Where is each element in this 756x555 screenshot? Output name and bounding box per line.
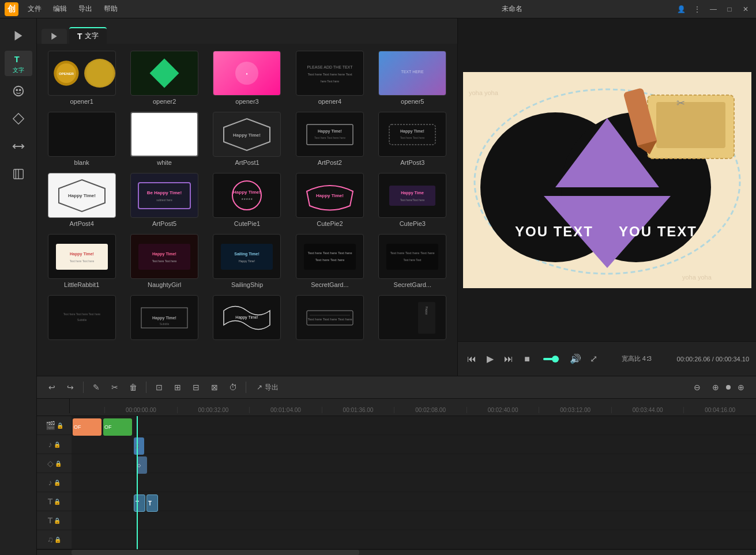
template-artpost4[interactable]: Happy Time! ArtPost4 — [44, 173, 119, 227]
svg-text:♦: ♦ — [246, 72, 248, 75]
maximize-icon[interactable]: □ — [724, 3, 735, 15]
template-artpost1[interactable]: Happy Time! ArtPost1 — [209, 112, 285, 166]
sidebar-item-text[interactable]: T 文字 — [5, 51, 32, 76]
main-layout: T 文字 T — [0, 18, 756, 555]
template-cutepie2[interactable]: Happy Time! CutePie2 — [292, 173, 367, 227]
template-cutepie3[interactable]: Happy TimeText here/Text here CutePie3 — [375, 173, 450, 227]
template-label-opener5: opener5 — [401, 98, 424, 105]
export-label: 导出 — [265, 383, 279, 392]
ungroup-button[interactable]: ⊠ — [206, 379, 223, 395]
sidebar-item-mask[interactable] — [5, 78, 32, 104]
track-row-music — [72, 530, 756, 549]
pip-button[interactable]: ⊞ — [170, 379, 186, 395]
skip-back-button[interactable]: ⏮ — [465, 354, 479, 364]
progress-bar[interactable] — [543, 358, 559, 360]
tab-text-label: 文字 — [85, 31, 99, 41]
close-icon[interactable]: ✕ — [740, 3, 751, 15]
tab-text[interactable]: T 文字 — [69, 27, 107, 44]
svg-text:YOU TEXT: YOU TEXT — [619, 224, 697, 239]
menu-help[interactable]: 帮助 — [99, 3, 122, 15]
volume-icon[interactable]: 🔊 — [569, 353, 582, 364]
player-controls: ⏮ ▶ ⏭ ■ 🔊 ⤢ 宽高比 4∶3 00 — [458, 341, 756, 376]
template-secretgard2[interactable]: Text here Text here Text hereText here T… — [375, 234, 450, 288]
zoom-in-button[interactable]: ⊕ — [708, 379, 724, 395]
template-label-cutepie2: CutePie2 — [317, 220, 343, 227]
template-opener2[interactable]: opener2 — [126, 51, 202, 105]
template-row5b[interactable]: Happy Time!Subtitle — [126, 295, 202, 342]
template-label-blank: blank — [74, 159, 89, 166]
clip-overlay-1[interactable]: ◇ — [137, 456, 147, 474]
redo-button[interactable]: ↪ — [62, 379, 78, 395]
svg-text:Happy Time!: Happy Time! — [236, 315, 258, 320]
track-row-audio2 — [72, 473, 756, 492]
speed-button[interactable]: ⏱ — [225, 379, 241, 395]
fullscreen-icon[interactable]: ⤢ — [587, 353, 601, 364]
svg-point-3 — [16, 89, 18, 91]
ruler-mark-8: 00:04:16.00 — [683, 407, 756, 413]
svg-point-34 — [232, 181, 261, 210]
clip-text-1[interactable]: T — [134, 494, 145, 512]
template-sailingship[interactable]: Sailing Time!Happy Time! SailingShip — [209, 234, 285, 288]
template-opener3[interactable]: ♦ opener3 — [209, 51, 285, 105]
left-sidebar: T 文字 — [0, 18, 37, 555]
template-opener1[interactable]: OPENER opener1 — [44, 51, 119, 105]
template-naughtygirl[interactable]: Happy Time!Text here Text here NaughtyGi… — [126, 234, 202, 288]
clip-text-2[interactable]: T — [146, 494, 158, 512]
stop-button[interactable]: ■ — [520, 354, 534, 364]
track-row-text2 — [72, 511, 756, 530]
undo-button[interactable]: ↩ — [44, 379, 60, 395]
svg-text:✂: ✂ — [676, 97, 685, 109]
separator-3 — [246, 382, 246, 393]
delete-button[interactable]: 🗑 — [125, 379, 141, 395]
menu-file[interactable]: 文件 — [23, 3, 46, 15]
template-blank[interactable]: blank — [44, 112, 119, 166]
clip-video-2[interactable]: OF — [103, 418, 132, 436]
svg-marker-5 — [13, 114, 23, 124]
template-cutepie1[interactable]: Happy Time!★★★★★ CutePie1 — [209, 173, 285, 227]
ratio-label: 宽高比 4∶3 — [622, 354, 652, 363]
user-icon[interactable]: 👤 — [675, 3, 687, 15]
play-button[interactable]: ▶ — [483, 353, 497, 364]
menu-export[interactable]: 导出 — [74, 3, 97, 15]
sidebar-item-animation[interactable] — [5, 161, 32, 187]
template-littlerabbit1[interactable]: Happy Time!Text here Text here LittleRab… — [44, 234, 119, 288]
template-artpost3[interactable]: Happy Time!Text here Text here ArtPost3 — [375, 112, 450, 166]
category-tabs: T 文字 — [37, 18, 457, 44]
tab-video[interactable] — [42, 29, 67, 44]
minimize-icon[interactable]: — — [708, 3, 719, 15]
svg-text:Be Happy Time!: Be Happy Time! — [147, 190, 182, 195]
template-opener4[interactable]: PLEASE ADD THE TEXTText here Text here h… — [292, 51, 367, 105]
clip-video-1[interactable]: OF — [73, 418, 101, 436]
template-label-opener1: opener1 — [70, 98, 93, 105]
zoom-out-button[interactable]: ⊖ — [689, 379, 705, 395]
export-button[interactable]: ↗ 导出 — [251, 380, 284, 395]
template-artpost2[interactable]: Happy Time!Text here Text here here ArtP… — [292, 112, 367, 166]
more-icon[interactable]: ⋮ — [691, 3, 703, 15]
window-title: 未命名 — [349, 4, 676, 14]
skip-forward-button[interactable]: ⏭ — [502, 354, 516, 364]
sidebar-item-transition[interactable] — [5, 134, 32, 159]
template-row5d[interactable]: Text here Text here Text here — [292, 295, 367, 342]
pen-button[interactable]: ✎ — [88, 379, 104, 395]
template-row5c[interactable]: Happy Time! — [209, 295, 285, 342]
template-opener5[interactable]: TEXT HERE opener5 — [375, 51, 450, 105]
template-secretgard1[interactable]: Text here Text here Text hereText here T… — [292, 234, 367, 288]
svg-text:here Text here: here Text here — [321, 80, 339, 83]
menu-edit[interactable]: 编辑 — [48, 3, 72, 15]
svg-text:Text here Text here: Text here Text here — [152, 259, 177, 263]
template-white[interactable]: white — [126, 112, 202, 166]
sidebar-item-overlay[interactable] — [5, 106, 32, 131]
template-artpost5[interactable]: Be Happy Time!subtext here ArtPost5 — [126, 173, 202, 227]
template-row5e[interactable]: Happy — [375, 295, 450, 342]
ruler-mark-1: 00:00:32.00 — [177, 407, 250, 413]
cut-button[interactable]: ✂ — [107, 379, 123, 395]
group-button[interactable]: ⊟ — [188, 379, 204, 395]
template-row5a[interactable]: Text here Text here Text hereSubtitle — [44, 295, 119, 342]
zoom-fit-button[interactable]: ⊕ — [733, 379, 749, 395]
svg-text:Text here Text here: Text here Text here — [400, 136, 425, 139]
sidebar-item-video[interactable] — [5, 23, 32, 48]
top-area: T 文字 OPENER opener1 — [37, 18, 756, 376]
timeline-scrollbar[interactable] — [37, 549, 756, 555]
clip-audio-1[interactable]: 🎵 — [134, 437, 144, 455]
crop-button[interactable]: ⊡ — [151, 379, 167, 395]
